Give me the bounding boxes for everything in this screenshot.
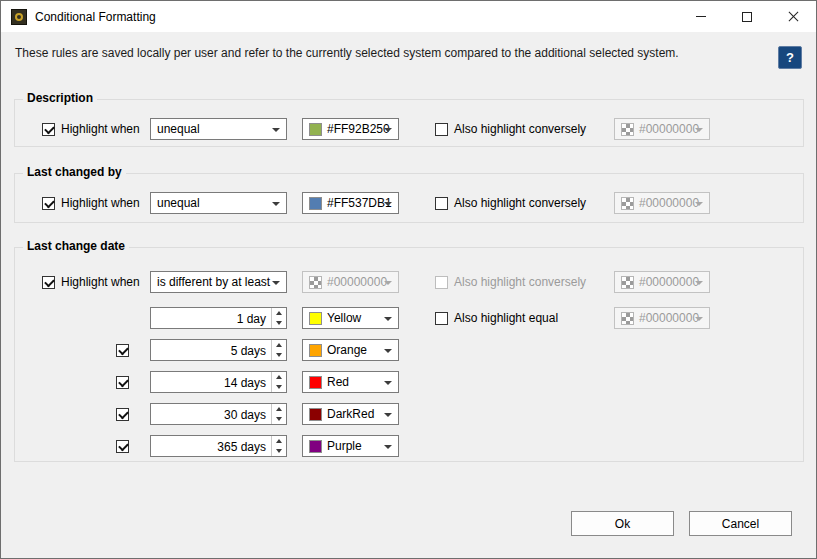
spinbox-value: 14 days xyxy=(151,372,271,392)
chevron-down-icon xyxy=(384,317,392,321)
change-date-operator-dropdown[interactable]: is different by at least xyxy=(150,271,287,293)
transparent-color-swatch xyxy=(621,123,634,136)
last-changed-by-conversely-checkbox[interactable]: Also highlight conversely xyxy=(435,192,586,214)
checkbox-label: Also highlight conversely xyxy=(454,196,586,210)
checkbox-label: Also highlight equal xyxy=(454,311,558,325)
spin-down-icon xyxy=(276,321,282,325)
checkbox-box xyxy=(42,123,55,136)
change-date-conversely-checkbox: Also highlight conversely xyxy=(435,271,586,293)
spin-down-icon xyxy=(276,353,282,357)
chevron-down-icon xyxy=(272,202,280,206)
spinner-buttons[interactable] xyxy=(271,308,286,328)
spin-up-button[interactable] xyxy=(272,372,286,382)
description-color-dropdown[interactable]: #FF92B250 xyxy=(302,118,399,140)
spinner-buttons[interactable] xyxy=(271,404,286,424)
last-changed-by-color-dropdown[interactable]: #FF537DB1 xyxy=(302,192,399,214)
spin-up-icon xyxy=(276,407,282,411)
threshold-3-color-dropdown[interactable]: Red xyxy=(302,371,399,393)
description-conversely-checkbox[interactable]: Also highlight conversely xyxy=(435,118,586,140)
group-last-change-date-title: Last change date xyxy=(23,239,129,253)
dropdown-value: #00000000 xyxy=(639,311,699,325)
threshold-5-color-dropdown[interactable]: Purple xyxy=(302,435,399,457)
threshold-5-enabled-checkbox[interactable] xyxy=(116,435,129,457)
color-swatch xyxy=(309,197,322,210)
chevron-down-icon xyxy=(272,128,280,132)
spinbox-value: 1 day xyxy=(151,308,271,328)
last-changed-by-highlight-when-checkbox[interactable]: Highlight when xyxy=(42,192,140,214)
checkbox-label: Highlight when xyxy=(61,196,140,210)
maximize-button[interactable] xyxy=(724,1,770,32)
spin-down-button[interactable] xyxy=(272,446,286,456)
color-swatch xyxy=(309,440,322,453)
change-date-equal-checkbox[interactable]: Also highlight equal xyxy=(435,307,558,329)
chevron-down-icon xyxy=(272,281,280,285)
checkbox-box xyxy=(116,344,129,357)
spin-up-icon xyxy=(276,439,282,443)
transparent-color-swatch xyxy=(621,312,634,325)
threshold-1-spinbox[interactable]: 1 day xyxy=(150,307,287,329)
checkbox-box xyxy=(435,312,448,325)
checkbox-box xyxy=(42,197,55,210)
dropdown-value: #00000000 xyxy=(327,275,387,289)
group-last-changed-by-title: Last changed by xyxy=(23,165,126,179)
ok-button[interactable]: Ok xyxy=(571,511,674,536)
dropdown-value: #00000000 xyxy=(639,196,699,210)
threshold-4-color-dropdown[interactable]: DarkRed xyxy=(302,403,399,425)
help-button[interactable]: ? xyxy=(778,46,802,69)
checkbox-box xyxy=(116,408,129,421)
spin-down-icon xyxy=(276,417,282,421)
description-highlight-when-checkbox[interactable]: Highlight when xyxy=(42,118,140,140)
threshold-5-spinbox[interactable]: 365 days xyxy=(150,435,287,457)
spin-up-button[interactable] xyxy=(272,308,286,318)
chevron-down-icon xyxy=(384,202,392,206)
minimize-button[interactable] xyxy=(678,1,724,32)
dropdown-value: #00000000 xyxy=(639,275,699,289)
chevron-down-icon xyxy=(695,202,703,206)
dropdown-value: DarkRed xyxy=(327,407,374,421)
spin-down-button[interactable] xyxy=(272,350,286,360)
chevron-down-icon xyxy=(384,281,392,285)
chevron-down-icon xyxy=(695,128,703,132)
minimize-icon xyxy=(696,16,706,17)
group-last-change-date: Last change date Highlight when is diffe… xyxy=(14,247,804,462)
cancel-button[interactable]: Cancel xyxy=(689,511,792,536)
change-date-equal-color-dropdown: #00000000 xyxy=(614,307,710,329)
spin-up-button[interactable] xyxy=(272,404,286,414)
checkbox-box xyxy=(116,376,129,389)
checkbox-box xyxy=(435,197,448,210)
change-date-color-dropdown: #00000000 xyxy=(302,271,399,293)
spinner-buttons[interactable] xyxy=(271,436,286,456)
transparent-color-swatch xyxy=(309,276,322,289)
color-swatch xyxy=(309,312,322,325)
description-operator-dropdown[interactable]: unequal xyxy=(150,118,287,140)
spin-up-button[interactable] xyxy=(272,340,286,350)
threshold-2-spinbox[interactable]: 5 days xyxy=(150,339,287,361)
spinbox-value: 365 days xyxy=(151,436,271,456)
threshold-4-spinbox[interactable]: 30 days xyxy=(150,403,287,425)
threshold-2-enabled-checkbox[interactable] xyxy=(116,339,129,361)
spin-down-button[interactable] xyxy=(272,414,286,424)
chevron-down-icon xyxy=(384,445,392,449)
dropdown-value: Orange xyxy=(327,343,367,357)
close-button[interactable] xyxy=(770,1,816,32)
spinner-buttons[interactable] xyxy=(271,340,286,360)
checkbox-box xyxy=(116,440,129,453)
spin-down-button[interactable] xyxy=(272,318,286,328)
threshold-4-enabled-checkbox[interactable] xyxy=(116,403,129,425)
last-changed-by-operator-dropdown[interactable]: unequal xyxy=(150,192,287,214)
threshold-3-enabled-checkbox[interactable] xyxy=(116,371,129,393)
spin-down-button[interactable] xyxy=(272,382,286,392)
change-date-highlight-when-checkbox[interactable]: Highlight when xyxy=(42,271,140,293)
chevron-down-icon xyxy=(695,317,703,321)
chevron-down-icon xyxy=(384,349,392,353)
spinner-buttons[interactable] xyxy=(271,372,286,392)
transparent-color-swatch xyxy=(621,197,634,210)
spin-up-button[interactable] xyxy=(272,436,286,446)
threshold-3-spinbox[interactable]: 14 days xyxy=(150,371,287,393)
checkbox-label: Also highlight conversely xyxy=(454,122,586,136)
threshold-2-color-dropdown[interactable]: Orange xyxy=(302,339,399,361)
dropdown-value: #00000000 xyxy=(639,122,699,136)
threshold-1-color-dropdown[interactable]: Yellow xyxy=(302,307,399,329)
chevron-down-icon xyxy=(384,128,392,132)
description-conversely-color-dropdown: #00000000 xyxy=(614,118,710,140)
